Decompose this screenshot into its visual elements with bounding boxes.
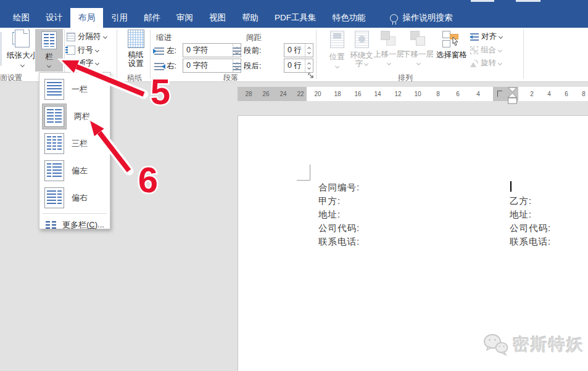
chevron-down-icon <box>95 61 99 65</box>
breaks-button[interactable]: 分隔符 <box>67 31 107 42</box>
bring-forward-button[interactable]: 上移一层 <box>375 31 402 65</box>
send-backward-button[interactable]: 下移一层 <box>405 31 432 65</box>
hyphenation-icon <box>67 59 75 68</box>
space-after-row: 段后: <box>233 61 261 71</box>
wrap-text-button[interactable]: 环绕文 字 <box>349 31 374 68</box>
menu-item-three-columns[interactable]: 三栏 <box>39 130 110 157</box>
columns-dropdown-menu: 一栏 两栏 三栏 偏左 偏右 更多栏(C)... <box>39 72 110 229</box>
group-separator <box>64 30 65 79</box>
paper-size-icon <box>15 30 30 47</box>
space-before-input[interactable]: 0 行 <box>284 43 313 57</box>
watermark: 密斯特妖 <box>483 333 584 356</box>
group-label-arrange: 排列 <box>398 73 413 83</box>
group-label-paragraph: 段落 <box>223 73 238 83</box>
line-numbers-button[interactable]: 行号 <box>67 45 99 55</box>
doc-line: 甲方: <box>318 195 341 207</box>
page-break-icon <box>67 33 75 41</box>
menu-item-more-columns[interactable]: 更多栏(C)... <box>39 216 110 234</box>
grid-paper-icon <box>128 30 144 48</box>
selection-pane-button[interactable]: 选择窗格 <box>436 31 468 60</box>
chevron-down-icon <box>498 61 502 65</box>
spinner[interactable] <box>305 44 313 57</box>
tab-draw[interactable]: 绘图 <box>5 8 38 28</box>
menu-item-two-columns[interactable]: 两栏 <box>39 103 110 130</box>
group-separator <box>117 30 117 79</box>
chevron-down-icon <box>102 35 107 39</box>
wechat-icon <box>483 333 509 356</box>
spinner[interactable] <box>305 59 313 72</box>
position-icon <box>330 31 344 48</box>
group-button[interactable]: 组合 <box>470 45 502 55</box>
text-cursor <box>510 181 511 192</box>
space-before-icon <box>233 47 241 55</box>
chevron-down-icon <box>416 61 420 65</box>
chevron-down-icon <box>47 63 51 68</box>
more-columns-icon <box>46 221 56 229</box>
doc-line: 公司代码: <box>318 222 360 234</box>
group-separator <box>316 30 317 79</box>
step-number-6: 6 <box>138 160 158 200</box>
indent-left-row: 左: <box>154 46 176 56</box>
tab-help[interactable]: 帮助 <box>234 8 267 28</box>
tab-mailings[interactable]: 邮件 <box>136 8 168 28</box>
doc-line: 地址: <box>510 209 532 221</box>
group-label-manuscript: 稿纸 <box>127 73 142 83</box>
menu-item-right-offset[interactable]: 偏右 <box>39 184 110 211</box>
right-offset-columns-icon <box>44 187 64 208</box>
indent-header: 缩进 <box>156 33 172 43</box>
grid-paper-settings-button[interactable]: 稿纸 设置 <box>121 30 151 68</box>
rotate-icon <box>470 60 478 67</box>
selected-highlight <box>42 104 67 129</box>
chevron-down-icon <box>364 62 368 66</box>
tell-me-search[interactable]: 操作说明搜索 <box>390 8 453 28</box>
doc-line: 乙方: <box>510 195 532 207</box>
space-after-input[interactable]: 0 行 <box>284 59 313 73</box>
tab-references[interactable]: 引用 <box>103 8 136 28</box>
menu-item-one-column[interactable]: 一栏 <box>39 76 110 103</box>
chevron-down-icon <box>95 48 99 52</box>
menu-item-left-offset[interactable]: 偏左 <box>39 157 110 184</box>
horizontal-ruler: 28 26 24 22 20 18 16 14 12 10 8 6 4 2 4 … <box>238 87 588 101</box>
space-before-row: 段前: <box>233 46 261 56</box>
lightbulb-icon <box>390 14 398 22</box>
spacing-header: 间距 <box>246 33 262 43</box>
three-columns-icon <box>44 133 64 154</box>
menu-separator <box>43 213 107 214</box>
tab-design[interactable]: 设计 <box>38 8 70 28</box>
indent-right-icon <box>154 63 164 70</box>
selection-pane-icon <box>442 31 461 47</box>
chevron-down-icon <box>386 61 391 65</box>
indent-left-icon <box>154 47 164 55</box>
word-window: 绘图 设计 布局 引用 邮件 审阅 视图 帮助 PDF工具集 特色功能 操作说明… <box>0 0 588 371</box>
ruler-corner-mark <box>497 91 502 97</box>
doc-line: 合同编号: <box>318 182 360 194</box>
group-separator <box>523 30 524 79</box>
tab-pdf-tools[interactable]: PDF工具集 <box>267 8 325 28</box>
hyphenation-button[interactable]: 断字 <box>67 58 99 68</box>
tab-review[interactable]: 审阅 <box>168 8 201 28</box>
tab-special-features[interactable]: 特色功能 <box>325 8 374 28</box>
position-button[interactable]: 位置 <box>326 31 348 68</box>
align-icon <box>470 33 479 41</box>
doc-line: 地址: <box>318 209 341 221</box>
doc-line: 联系电话: <box>510 236 551 248</box>
group-separator <box>150 30 151 79</box>
paragraph-dialog-launcher[interactable] <box>308 73 315 80</box>
doc-line: 公司代码: <box>510 222 551 234</box>
chevron-down-icon <box>498 48 502 52</box>
tab-view[interactable]: 视图 <box>201 8 234 28</box>
tab-layout[interactable]: 布局 <box>70 8 103 28</box>
columns-button[interactable]: 栏 <box>35 29 63 71</box>
chevron-down-icon <box>334 64 339 68</box>
space-after-icon <box>233 63 241 70</box>
title-bar: 绘图 设计 布局 引用 邮件 审阅 视图 帮助 PDF工具集 特色功能 操作说明… <box>0 0 588 28</box>
align-button[interactable]: 对齐 <box>470 31 502 42</box>
indent-markers[interactable] <box>507 87 518 105</box>
two-columns-icon <box>44 106 64 127</box>
line-numbers-icon <box>67 46 75 55</box>
search-label: 操作说明搜索 <box>403 12 453 23</box>
one-column-icon <box>44 79 64 100</box>
columns-icon <box>41 31 57 49</box>
chevron-down-icon <box>20 63 24 67</box>
rotate-button[interactable]: 旋转 <box>470 58 502 68</box>
